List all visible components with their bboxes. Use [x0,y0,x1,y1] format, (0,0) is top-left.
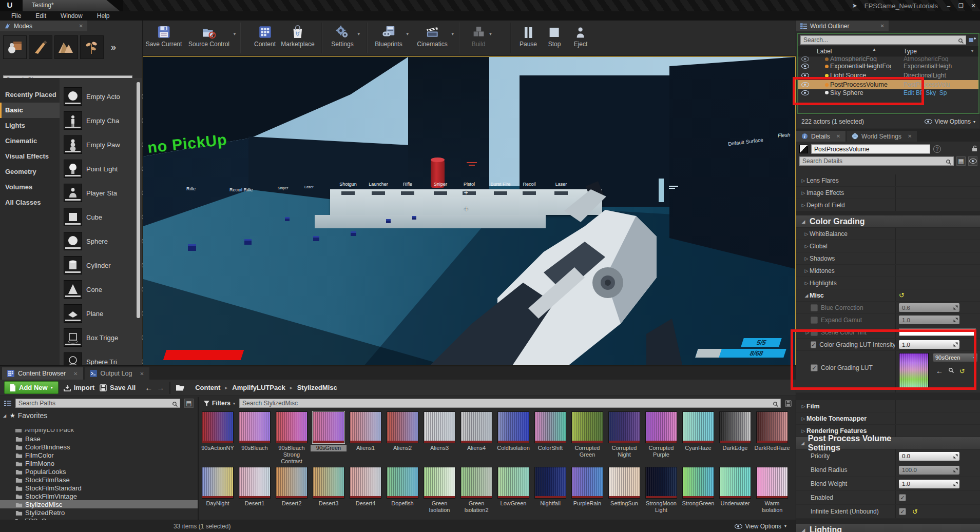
visibility-eye-icon[interactable] [801,64,809,69]
outliner-view-options[interactable]: View Options▾ [925,118,976,125]
tree-item-stockfilmbase[interactable]: StockFilmBase [0,476,198,484]
outliner-search-input[interactable] [800,35,966,45]
checkbox[interactable] [811,329,818,336]
section-global[interactable]: ▷Global [796,240,980,252]
modes-overflow-button[interactable]: » [111,42,116,53]
breadcrumb-content[interactable]: Content [195,384,220,391]
dropdown-caret-icon[interactable]: ▼ [406,32,410,36]
tree-item-popularlooks[interactable]: PopularLooks [0,467,198,476]
menu-help[interactable]: Help [90,12,117,19]
tree-item-stockfilmvintage[interactable]: StockFilmVintage [0,492,198,500]
asset-tile-lowgreen[interactable]: LowGreen [497,467,529,507]
send-feedback-icon[interactable]: ➤ [852,2,857,9]
outliner-row-atmosphericfog[interactable]: AtmosphericFog AtmosphericFog [798,56,978,62]
section-lens-flares[interactable]: ▷Lens Flares [796,174,980,187]
asset-tile-90sbleach[interactable]: 90sBleach [239,411,271,451]
asset-tile-daynight[interactable]: DayNight [202,467,234,507]
toolbar-cinematics-button[interactable]: Cinematics ▼ [417,24,447,48]
sources-toggle-icon[interactable] [4,400,11,406]
tree-item-stylizedmisc[interactable]: StylizedMisc [0,500,198,508]
checkbox[interactable]: ✓ [811,364,818,371]
landscape-mode-button[interactable] [54,35,78,59]
checkbox[interactable] [811,317,818,324]
dropdown-caret-icon[interactable]: ▼ [451,32,455,36]
placeable-sphere[interactable]: Sphere ? [64,230,136,252]
asset-tile-stronggreen[interactable]: StrongGreen [682,467,714,507]
asset-tile-darkredhaze[interactable]: DarkRedHaze [756,411,788,451]
asset-tile-nightfall[interactable]: Nightfall [534,467,566,507]
forward-button[interactable]: → [157,383,164,392]
toolbar-settings-button[interactable]: Settings ▼ [331,24,353,48]
asset-tile-corrupted-purple[interactable]: Corrupted Purple [645,411,677,458]
actor-name-field[interactable] [811,144,930,154]
breadcrumb-stylizedmisc[interactable]: StylizedMisc [297,384,337,391]
section-whitebalance[interactable]: ▷WhiteBalance [796,228,980,240]
type-filter-icon[interactable]: ▼ [970,49,974,53]
section-highlights[interactable]: ▷Highlights [796,277,980,289]
asset-tile-dopefish[interactable]: Dopefish [387,467,418,507]
menu-file[interactable]: File [4,12,28,19]
search-paths-input[interactable] [15,399,180,408]
paint-mode-button[interactable] [29,35,52,59]
output-log-tab[interactable]: Output Log ✕ [85,367,149,380]
browse-to-asset-icon[interactable] [948,366,954,376]
foliage-mode-button[interactable] [80,35,104,59]
section-image-effects[interactable]: ▷Image Effects [796,187,980,199]
content-browser-tab[interactable]: Content Browser ✕ [2,367,83,380]
placeable-empty-acto[interactable]: Empty Acto ? [64,85,136,108]
asset-tile-green-isolation2[interactable]: Green Isolation2 [460,467,492,514]
label-column-header[interactable]: Label [798,48,832,55]
lut-asset-dropdown[interactable]: 90sGreen▾ [933,353,978,362]
world-outliner-close-icon[interactable]: ✕ [880,23,885,29]
asset-tile-90sactionny[interactable]: 90sActionNY [202,411,234,451]
toolbar-source-control-button[interactable]: Source Control ▼ [188,24,229,48]
category-cinematic[interactable]: Cinematic [0,133,60,149]
placeable-cylinder[interactable]: Cylinder ? [64,254,136,277]
category-lights[interactable]: Lights [0,118,60,133]
section-depth-of-field[interactable]: ▷Depth of Field [796,199,980,211]
tree-item-amplifylutpack[interactable]: AmplifyLUTPack [0,429,198,435]
minimize-button[interactable]: – [945,3,952,9]
details-tab-close-icon[interactable]: ✕ [836,133,840,139]
color-swatch[interactable] [899,328,976,336]
visibility-eye-icon[interactable] [801,73,809,78]
back-button[interactable]: ← [145,383,152,392]
category-volumes[interactable]: Volumes [0,180,60,195]
level-tab[interactable]: Testing* [23,0,120,11]
placeable-empty-cha[interactable]: Empty Cha ? [64,109,136,132]
asset-tile-desert4[interactable]: Desert4 [350,467,381,507]
modes-tab[interactable]: Modes ✕ [0,21,87,31]
asset-tile-aliens2[interactable]: Aliens2 [387,411,418,451]
spinbox[interactable]: 0.0 [899,452,959,461]
section-midtones[interactable]: ▷Midtones [796,265,980,277]
filters-button[interactable]: Filters▾ [204,400,235,407]
toolbar-stop-button[interactable]: Stop [548,24,561,48]
asset-tile-aliens4[interactable]: Aliens4 [460,411,492,451]
asset-tile-cyanhaze[interactable]: CyanHaze [682,411,714,451]
close-button[interactable]: ✕ [970,3,977,9]
use-selected-asset-icon[interactable]: ← [936,367,943,375]
property-matrix-icon[interactable]: ▦ [956,156,966,166]
section-mobile-tonemapper[interactable]: ▷Mobile Tonemapper [796,412,980,425]
asset-tile-aliens1[interactable]: Aliens1 [350,411,381,451]
checkbox[interactable]: ✓ [811,341,816,348]
category-geometry[interactable]: Geometry [0,164,60,180]
place-mode-button[interactable] [3,35,27,59]
breadcrumb-amplifylutpack[interactable]: AmplifyLUTPack [232,384,285,391]
world-settings-close-icon[interactable]: ✕ [908,133,912,139]
maximize-button[interactable]: ❐ [957,3,965,9]
import-button[interactable]: Import [64,384,94,391]
dropdown-caret-icon[interactable]: ▼ [233,32,237,36]
spinbox[interactable]: 100.0 [899,466,959,475]
section-misc[interactable]: ◢Misc ↺ [796,289,980,302]
placeable-player-sta[interactable]: Player Sta ? [64,182,136,204]
section-film[interactable]: ▷Film [796,400,980,412]
help-icon[interactable]: ? [933,145,941,153]
section-lighting[interactable]: ◢Lighting [796,524,980,532]
category-visual-effects[interactable]: Visual Effects [0,149,60,164]
search-assets-input[interactable] [239,399,781,408]
menu-edit[interactable]: Edit [28,12,53,19]
save-search-icon[interactable] [785,400,792,407]
spinbox[interactable]: 0.6 [899,303,959,312]
placeable-point-light[interactable]: Point Light ? [64,157,136,180]
